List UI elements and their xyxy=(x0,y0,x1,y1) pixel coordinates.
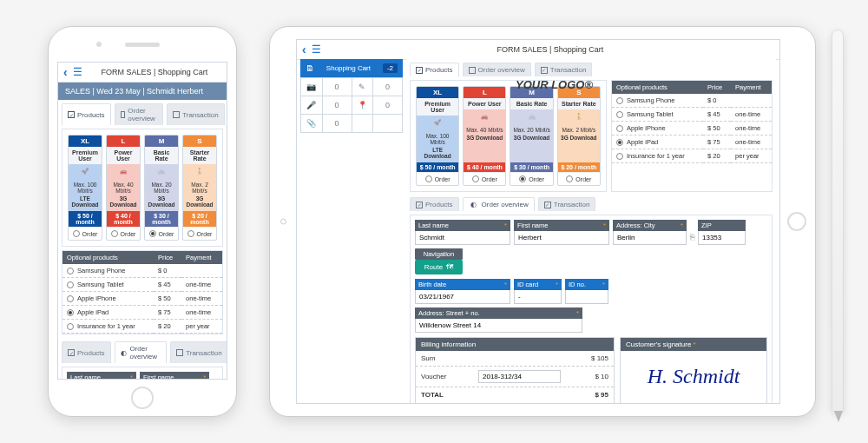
plan-price: $ 40 / month xyxy=(107,211,140,227)
option-radio[interactable] xyxy=(67,323,74,330)
map-icon: 🗺 xyxy=(446,263,453,271)
bike-icon: 🚲 xyxy=(154,168,169,180)
sidebar-title: Shopping Cart xyxy=(326,64,371,72)
check-icon xyxy=(121,111,126,118)
order-radio[interactable] xyxy=(472,175,479,182)
plans-section: XL Premium User 🚀Max. 100 Mbit/sLTE Down… xyxy=(62,129,223,247)
rocket-icon: 🚀 xyxy=(77,168,93,180)
tablet-tabs: ✓Products Order overview ✓Transaction xyxy=(406,59,776,76)
page-title: FORM SALES | Shopping Cart xyxy=(326,45,774,54)
camera-icon[interactable]: 📷 xyxy=(301,78,323,96)
back-icon[interactable]: ‹ xyxy=(302,43,306,56)
plan-name: Starter Rate xyxy=(183,147,216,164)
menu-icon[interactable]: ☰ xyxy=(312,43,321,56)
check-icon xyxy=(469,67,476,74)
tablet-main: ✓Products Order overview ✓Transaction XL… xyxy=(406,59,776,403)
route-button[interactable]: Route🗺 xyxy=(415,260,463,274)
car-icon: 🚗 xyxy=(115,168,131,180)
plan-l[interactable]: L Power User 🚗Max. 40 Mbit/s3G Download … xyxy=(106,135,141,241)
attach-icon[interactable]: 📎 xyxy=(301,115,323,133)
field-nav: NavigationRoute🗺 xyxy=(415,248,463,274)
tab-transaction[interactable]: ✓Transaction xyxy=(535,63,593,76)
check-icon: ✓ xyxy=(416,202,423,208)
plan-tag: XL xyxy=(69,136,102,147)
apple-pencil xyxy=(832,30,844,412)
table-row: Apple iPhone$ 50one-time xyxy=(62,292,222,306)
col-price: Price xyxy=(154,251,181,264)
mic-icon[interactable]: 🎤 xyxy=(301,96,323,115)
tab-transaction[interactable]: Transaction xyxy=(167,103,225,125)
check-icon: ✓ xyxy=(68,349,75,356)
plan-tag: L xyxy=(107,136,140,147)
plan-price: $ 20 / month xyxy=(183,211,216,227)
birth-input[interactable] xyxy=(415,290,510,304)
tab-label: Products xyxy=(77,111,105,119)
globe-icon: ◐ xyxy=(469,201,479,208)
table-row: Samsung Tablet$ 45one-time xyxy=(62,278,222,292)
form-section: Last name* First name* Address: City ZIP… xyxy=(62,367,223,380)
tab-overview[interactable]: Order overview xyxy=(463,63,531,76)
phone-home-button[interactable] xyxy=(131,387,154,409)
option-radio[interactable] xyxy=(67,268,74,274)
order-radio[interactable] xyxy=(111,230,118,237)
pencil-icon[interactable]: ✎ xyxy=(352,78,373,96)
phone-frame: ‹ ☰ FORM SALES | Shopping Cart SALES | W… xyxy=(48,26,237,417)
col-pay: Payment xyxy=(181,251,222,264)
plan-tag: S xyxy=(183,136,216,147)
order-radio[interactable] xyxy=(149,230,156,237)
options-section: Optional productsPricePayment Samsung Ph… xyxy=(62,250,223,334)
pin-icon[interactable]: 📍 xyxy=(352,96,373,115)
tab-transaction[interactable]: Transaction xyxy=(170,341,227,363)
plan-name: Premium User xyxy=(69,147,102,164)
tab-overview[interactable]: ◐Order overview xyxy=(115,341,168,363)
check-icon: ✓ xyxy=(416,67,423,74)
plan-tag: M xyxy=(145,136,178,147)
tab-products[interactable]: ✓Products xyxy=(410,63,459,76)
table-row: Apple iPad$ 75one-time xyxy=(62,306,222,320)
globe-icon: ◐ xyxy=(121,349,128,357)
car-icon: 🚗 xyxy=(477,113,492,125)
tab-products[interactable]: ✓Products xyxy=(62,341,111,363)
tablet-camera xyxy=(280,219,286,225)
option-radio[interactable] xyxy=(67,309,74,316)
field-lastname: Last name* xyxy=(67,372,136,380)
plan-price: $ 50 / month xyxy=(69,211,102,227)
phone-speaker xyxy=(125,43,160,47)
rocket-icon: 🚀 xyxy=(430,119,445,131)
plan-xl[interactable]: XLPremium User🚀Max. 100 Mbit/sLTE Downlo… xyxy=(416,86,459,186)
sidebar: 🗎 Shopping Cart -2 📷0✎0 🎤0📍0 📎0 xyxy=(300,59,403,133)
sidebar-head[interactable]: 🗎 Shopping Cart -2 xyxy=(300,59,403,77)
menu-icon[interactable]: ☰ xyxy=(73,66,82,78)
plan-l[interactable]: LPower User🚗Max. 40 Mbit/s3G Download$ 4… xyxy=(463,86,506,186)
check-icon: ✓ xyxy=(68,111,75,118)
table-row: Samsung Phone$ 0 xyxy=(62,264,222,278)
order-radio[interactable] xyxy=(73,230,80,237)
tablet-home-button[interactable] xyxy=(787,212,806,231)
lastname-input[interactable] xyxy=(415,231,510,245)
plan-xl[interactable]: XL Premium User 🚀Max. 100 Mbit/sLTE Down… xyxy=(68,135,102,241)
tab-products[interactable]: ✓Products xyxy=(410,197,459,211)
page-title: FORM SALES | Shopping Cart xyxy=(88,68,221,76)
table-row: Insurance for 1 year$ 20per year xyxy=(62,320,222,334)
plan-s[interactable]: S Starter Rate 🚶Max. 2 Mbit/s3G Download… xyxy=(182,135,217,241)
tablet-screen: ‹ ☰ FORM SALES | Shopping Cart 🗎 Shoppin… xyxy=(296,39,780,404)
walk-icon: 🚶 xyxy=(192,168,207,180)
phone-tabs-2: ✓Products ◐Order overview Transaction xyxy=(58,338,227,363)
tab-overview[interactable]: Order overview xyxy=(115,103,164,125)
tablet-frame: ‹ ☰ FORM SALES | Shopping Cart 🗎 Shoppin… xyxy=(269,26,816,417)
context-bar: SALES | Wed 23 May | Schmidt Herbert xyxy=(58,83,227,100)
phone-screen: ‹ ☰ FORM SALES | Shopping Cart SALES | W… xyxy=(57,62,227,380)
option-radio[interactable] xyxy=(67,295,74,302)
option-radio[interactable] xyxy=(67,281,74,288)
tab-products[interactable]: ✓Products xyxy=(62,103,111,125)
sidebar-badge: -2 xyxy=(383,63,398,73)
plan-name: Power User xyxy=(107,147,140,164)
order-radio[interactable] xyxy=(425,175,432,182)
options-table: Optional productsPricePayment Samsung Ph… xyxy=(62,251,222,334)
field-firstname: First name* xyxy=(140,372,209,380)
plan-m[interactable]: M Basic Rate 🚲Max. 20 Mbit/s3G Download … xyxy=(144,135,179,241)
back-icon[interactable]: ‹ xyxy=(63,65,68,79)
order-radio[interactable] xyxy=(187,230,194,237)
tab-label: Order overview xyxy=(128,107,157,122)
check-icon xyxy=(173,111,180,118)
